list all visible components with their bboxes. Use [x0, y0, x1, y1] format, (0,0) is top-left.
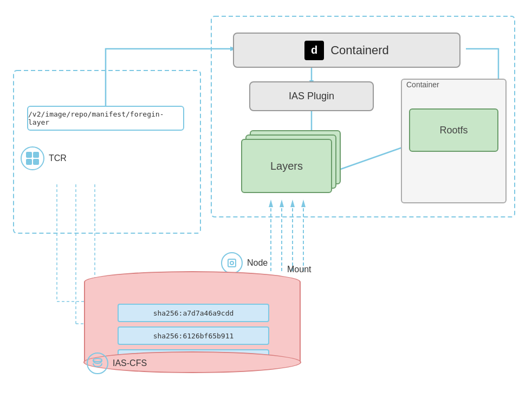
sha-row-1: sha256:a7d7a46a9cdd [118, 304, 269, 322]
container-label: Container [402, 77, 444, 92]
layers-stack: Layers [241, 130, 349, 195]
containerd-box: d Containerd [233, 33, 460, 68]
tcr-label: TCR [49, 153, 67, 163]
ias-plugin-box: IAS Plugin [249, 81, 374, 111]
ias-cfs-icon [87, 352, 108, 374]
architecture-diagram: d Containerd IAS Plugin Container Rootfs… [0, 0, 532, 404]
svg-marker-28 [301, 200, 306, 207]
svg-point-31 [93, 358, 102, 362]
ias-plugin-label: IAS Plugin [289, 91, 334, 102]
node-icon [221, 252, 243, 274]
node-area: Node [221, 252, 268, 274]
sha-text-2: sha256:6126bf65b911 [153, 332, 234, 340]
svg-marker-26 [290, 200, 295, 207]
layer-card-front: Layers [241, 139, 332, 193]
rootfs-box: Rootfs [409, 108, 498, 152]
ias-cfs-label-area: IAS-CFS [87, 352, 147, 374]
sha-text-1: sha256:a7d7a46a9cdd [153, 309, 234, 317]
svg-marker-22 [269, 200, 273, 207]
tcr-area: TCR [21, 146, 67, 170]
ias-cfs-label: IAS-CFS [113, 358, 147, 368]
layers-label: Layers [270, 160, 303, 172]
svg-point-30 [230, 261, 233, 265]
containerd-logo-icon: d [304, 41, 324, 60]
rootfs-label: Rootfs [439, 125, 468, 136]
tcr-icon [21, 146, 44, 170]
manifest-label: /v2/image/repo/manifest/foregin-layer [28, 110, 183, 126]
manifest-box: /v2/image/repo/manifest/foregin-layer [27, 106, 184, 131]
containerd-label: Containerd [330, 43, 389, 57]
node-label: Node [247, 258, 268, 268]
svg-rect-29 [228, 259, 236, 267]
containerd-logo-char: d [311, 44, 317, 56]
sha-row-2: sha256:6126bf65b911 [118, 326, 269, 345]
svg-marker-24 [280, 200, 284, 207]
